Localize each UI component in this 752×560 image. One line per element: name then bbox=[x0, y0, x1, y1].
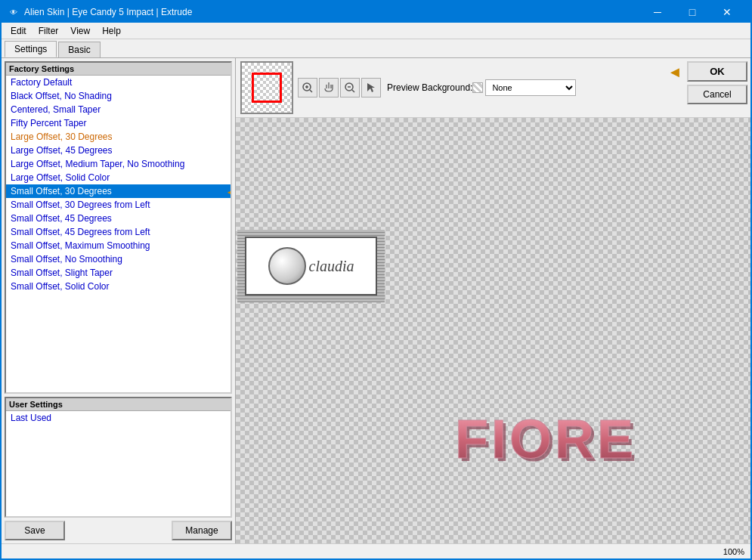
maximize-button[interactable]: □ bbox=[675, 2, 710, 23]
title-bar-left: 👁 Alien Skin | Eye Candy 5 Impact | Extr… bbox=[8, 6, 192, 18]
list-item[interactable]: Black Offset, No Shading bbox=[6, 89, 231, 103]
fiore-svg: FIORE FIORE bbox=[452, 407, 664, 475]
bottom-buttons: Save Manage bbox=[5, 521, 232, 540]
pan-tool-button[interactable] bbox=[319, 78, 339, 97]
list-item[interactable]: Large Offset, 45 Degrees bbox=[6, 144, 231, 157]
settings-list-scroll[interactable]: Factory Default Black Offset, No Shading… bbox=[6, 76, 231, 392]
stamp-background: claudia bbox=[237, 230, 385, 302]
svg-line-1 bbox=[310, 90, 312, 92]
hand-icon bbox=[323, 82, 335, 94]
title-bar-buttons: ─ □ ✕ bbox=[640, 2, 744, 23]
thumbnail-checkered bbox=[242, 63, 292, 113]
status-bar: 100% bbox=[2, 543, 750, 558]
tab-settings[interactable]: Settings bbox=[5, 41, 57, 57]
main-window: 👁 Alien Skin | Eye Candy 5 Impact | Extr… bbox=[0, 0, 752, 560]
zoom-level: 100% bbox=[723, 547, 744, 556]
tab-basic[interactable]: Basic bbox=[58, 42, 100, 57]
claudia-label: claudia bbox=[309, 258, 354, 275]
user-settings-panel: User Settings Last Used bbox=[5, 397, 232, 518]
zoom-in-tool-button[interactable] bbox=[298, 78, 317, 97]
preview-bg-swatch bbox=[472, 82, 483, 93]
menu-help[interactable]: Help bbox=[96, 24, 127, 38]
globe-icon bbox=[268, 247, 306, 285]
content-area: Factory Settings Factory Default Black O… bbox=[2, 57, 750, 543]
app-icon: 👁 bbox=[8, 6, 20, 18]
list-item[interactable]: Small Offset, Solid Color bbox=[6, 280, 231, 293]
user-settings-item-last-used[interactable]: Last Used bbox=[6, 411, 231, 425]
list-item[interactable]: Small Offset, 30 Degrees from Left bbox=[6, 198, 231, 212]
select-tool-button[interactable] bbox=[361, 78, 381, 97]
window-title: Alien Skin | Eye Candy 5 Impact | Extrud… bbox=[24, 7, 192, 17]
list-item[interactable]: Small Offset, Slight Taper bbox=[6, 266, 231, 280]
list-item[interactable]: Centered, Small Taper bbox=[6, 103, 231, 116]
tabs-bar: Settings Basic bbox=[2, 39, 750, 57]
right-panel: ◄ OK Cancel bbox=[236, 58, 750, 543]
list-item-large-offset-solid[interactable]: Large Offset, Solid Color bbox=[6, 171, 231, 184]
ok-button[interactable]: ◄ OK bbox=[687, 61, 747, 82]
stamp-container: claudia bbox=[237, 230, 385, 302]
zoom-in-icon bbox=[302, 82, 314, 94]
save-button[interactable]: Save bbox=[5, 521, 65, 540]
menu-filter[interactable]: Filter bbox=[32, 24, 65, 38]
magnify-icon bbox=[344, 82, 356, 94]
menu-bar: Edit Filter View Help bbox=[2, 23, 750, 39]
ok-cancel-area: ◄ OK Cancel bbox=[687, 61, 747, 104]
minimize-button[interactable]: ─ bbox=[640, 2, 675, 23]
list-item[interactable]: Large Offset, Medium Taper, No Smoothing bbox=[6, 157, 231, 171]
list-item[interactable]: Fifty Percent Taper bbox=[6, 116, 231, 130]
selection-arrow-icon: ◄ bbox=[224, 184, 231, 200]
pointer-icon bbox=[365, 82, 377, 94]
svg-line-5 bbox=[352, 90, 354, 92]
preview-bg-label: Preview Background: bbox=[387, 82, 472, 93]
list-item[interactable]: Small Offset, 45 Degrees from Left bbox=[6, 225, 231, 239]
list-item-selected[interactable]: Small Offset, 30 Degrees ◄ bbox=[6, 184, 231, 198]
preview-bg-select[interactable]: None White Black Custom bbox=[485, 79, 576, 96]
menu-edit[interactable]: Edit bbox=[5, 24, 32, 38]
title-bar: 👁 Alien Skin | Eye Candy 5 Impact | Extr… bbox=[2, 2, 750, 23]
stamp-inner: claudia bbox=[245, 237, 377, 295]
tool-buttons bbox=[298, 78, 381, 97]
user-settings-header: User Settings bbox=[6, 398, 231, 411]
list-item[interactable]: Small Offset, No Smoothing bbox=[6, 252, 231, 266]
manage-button[interactable]: Manage bbox=[172, 521, 232, 540]
list-item[interactable]: Large Offset, 30 Degrees bbox=[6, 130, 231, 144]
close-button[interactable]: ✕ bbox=[710, 2, 744, 23]
preview-canvas: claudia bbox=[236, 118, 750, 543]
factory-settings-panel: Factory Settings Factory Default Black O… bbox=[5, 61, 232, 394]
zoom-tool-button[interactable] bbox=[340, 78, 360, 97]
left-panel: Factory Settings Factory Default Black O… bbox=[2, 58, 236, 543]
factory-settings-header: Factory Settings bbox=[6, 63, 231, 76]
fiore-text-container: FIORE FIORE bbox=[452, 407, 664, 477]
list-item[interactable]: Small Offset, 45 Degrees bbox=[6, 212, 231, 225]
thumbnail-preview bbox=[240, 61, 293, 114]
menu-view[interactable]: View bbox=[64, 24, 96, 38]
cancel-button[interactable]: Cancel bbox=[687, 85, 747, 104]
svg-text:FIORE: FIORE bbox=[455, 409, 636, 469]
list-item[interactable]: Small Offset, Maximum Smoothing bbox=[6, 239, 231, 252]
thumbnail-red-border bbox=[252, 73, 282, 103]
ok-arrow-icon: ◄ bbox=[667, 63, 682, 80]
list-item[interactable]: Factory Default bbox=[6, 76, 231, 89]
